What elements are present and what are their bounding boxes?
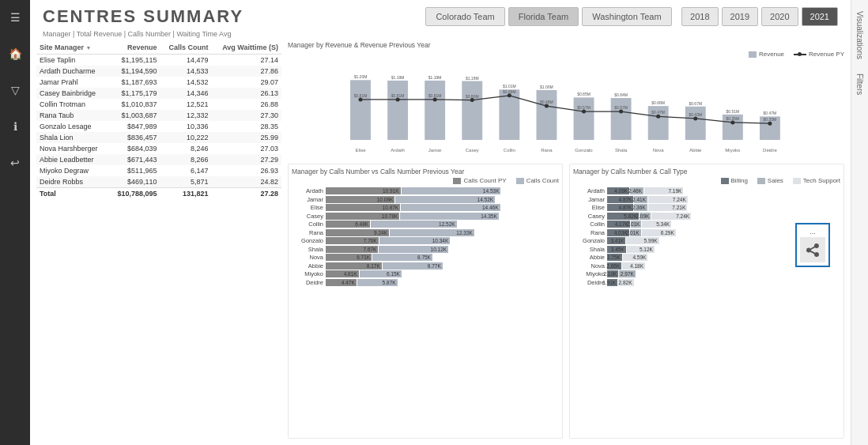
charts-bottom: Manager by Calls Number vs Calls Number … (288, 164, 844, 439)
table-row: Casey Bainbridge$1,175,17914,34626.13 (36, 88, 281, 99)
hbar-bars: 8.17K8.77K (326, 262, 443, 270)
hbar-left-row: Abbie8.17K8.77K (292, 262, 559, 270)
svg-point-51 (433, 97, 437, 101)
legend-billing: Billing (721, 177, 748, 184)
legend-box-calls-count (516, 178, 524, 184)
hbar-left-row: Shala7.67K10.12K (292, 246, 559, 253)
svg-text:Jamar: Jamar (428, 148, 442, 153)
legend-calls-py-label: Calls Count PY (463, 177, 506, 184)
hbar-right-label: Abbie (573, 254, 605, 261)
hbar-tech: 5.99K (626, 237, 659, 244)
hbar-right-row: Jamar4.87K2.41K7.24K (573, 196, 840, 203)
hbar-left-row: Collin6.48K12.52K (292, 221, 559, 228)
hbar-sales: 2.46K (630, 187, 643, 194)
year-button-2018[interactable]: 2018 (681, 7, 718, 26)
hbar-bars: 10.91K14.53K (326, 187, 500, 194)
hbar-left-row: Gonzalo7.70K10.34K (292, 237, 559, 244)
team-button-florida[interactable]: Florida Team (508, 7, 579, 26)
sidebar-icon-home[interactable]: 🏠 (4, 43, 26, 65)
table-cell-3-2: 14,346 (160, 88, 212, 99)
legend-calls-py: Calls Count PY (453, 177, 506, 184)
table-row: Shala Lion$836,45710,22225.99 (36, 132, 281, 143)
hbar-label: Jamar (292, 196, 323, 203)
year-button-2019[interactable]: 2019 (722, 7, 758, 26)
hbar-billing: 2.66K (607, 262, 621, 270)
context-menu-wrapper: ... (795, 223, 830, 267)
legend-box-sales (757, 178, 765, 184)
visualizations-label[interactable]: Visualizations (852, 8, 867, 62)
legend-box-revenue (749, 51, 757, 58)
hbar-label: Miyoko (292, 270, 323, 277)
hbar-bars: 6.48K12.52K (326, 221, 457, 228)
hbar-right-bars: 4.17K2.01K5.34K (607, 221, 671, 228)
svg-text:$0.35M: $0.35M (726, 116, 740, 121)
hbar-left-row: Deidre4.47K5.87K (292, 279, 559, 286)
table-row: Deidre Robbs$469,1105,87124.82 (36, 176, 281, 188)
hbar-tech: 7.24K (648, 196, 688, 203)
team-button-washington[interactable]: Washington Team (582, 7, 671, 26)
hbar-right-row: Ardath4.09K2.46K7.19K (573, 187, 840, 194)
share-icon (805, 242, 821, 258)
table-cell-7-3: 25.99 (212, 132, 281, 143)
share-button[interactable] (800, 237, 825, 262)
svg-text:Rana: Rana (541, 148, 553, 153)
hbar-right-row: Deidre1.91K2.82K (573, 279, 840, 286)
hbar-right-bars: 4.87K2.36K7.21K (607, 204, 687, 211)
table-cell-4-1: $1,010,837 (108, 99, 160, 110)
table-row: Elise Taplin$1,195,11514,47927.14 (36, 55, 281, 66)
hbar-right-row: Miyoko2.10K2.97K (573, 270, 840, 277)
table-total-cell-0: Total (36, 188, 108, 200)
svg-text:$0.57M: $0.57M (577, 105, 591, 110)
top-bar: CENTRES SUMMARY Colorado Team Florida Te… (30, 0, 851, 30)
main-content: CENTRES SUMMARY Colorado Team Florida Te… (30, 0, 851, 445)
hbar-tech: 2.82K (618, 279, 633, 286)
legend-line-py (794, 54, 806, 55)
hbar-right-bars: 2.75K4.59K (607, 254, 647, 261)
sidebar-icon-menu[interactable]: ☰ (4, 6, 26, 28)
table-cell-0-0: Elise Taplin (36, 55, 108, 66)
table-cell-1-1: $1,194,590 (108, 66, 160, 77)
hbar-right-bars: 4.87K2.41K7.24K (607, 196, 688, 203)
svg-rect-9 (462, 81, 482, 140)
hbar-billing: 3.45K (607, 246, 626, 253)
right-edge: Visualizations Filters (851, 0, 868, 445)
table-cell-5-0: Rana Taub (36, 110, 108, 121)
table-cell-9-2: 8,266 (160, 154, 212, 165)
sidebar-icon-back[interactable]: ↩ (4, 152, 26, 174)
hbar-bars: 6.71K8.75K (326, 254, 432, 261)
svg-text:$0.33M: $0.33M (764, 117, 777, 122)
table-cell-11-1: $469,110 (108, 176, 160, 188)
team-button-colorado[interactable]: Colorado Team (425, 7, 504, 26)
table-cell-1-3: 27.86 (212, 66, 281, 77)
year-button-2021[interactable]: 2021 (802, 7, 838, 26)
table-total-cell-2: 131,821 (160, 188, 212, 200)
svg-text:$0.81M: $0.81M (391, 93, 405, 98)
hbar-right-label: Nova (573, 262, 605, 270)
sidebar-icon-filter[interactable]: ▽ (4, 79, 26, 101)
hbar-label: Shala (292, 246, 323, 253)
svg-text:$1.19M: $1.19M (428, 75, 442, 80)
svg-point-57 (545, 104, 549, 108)
hbar-tech: 5.34K (642, 221, 671, 228)
legend-box-billing (721, 178, 729, 184)
table-cell-6-0: Gonzalo Lesage (36, 121, 108, 132)
svg-text:$0.67M: $0.67M (689, 101, 702, 106)
hbar-label: Nova (292, 254, 323, 261)
svg-text:Ardath: Ardath (391, 148, 405, 153)
hbar-py: 10.91K (326, 187, 401, 194)
svg-text:$0.47M: $0.47M (651, 110, 665, 115)
svg-text:$0.68M: $0.68M (651, 100, 665, 105)
hbar-py: 6.71K (326, 254, 372, 261)
table-row: Nova Harshberger$684,0398,24627.03 (36, 143, 281, 154)
table-cell-7-1: $836,457 (108, 132, 160, 143)
table-row: Abbie Leadbetter$671,4438,26627.29 (36, 154, 281, 165)
hbar-left-row: Elise10.87K14.46K (292, 204, 559, 211)
hbar-py: 10.78K (326, 213, 399, 220)
hbar-label: Collin (292, 221, 323, 228)
hbar-right-label: Jamar (573, 196, 605, 203)
filters-label[interactable]: Filters (852, 70, 867, 98)
table-row: Collin Trotman$1,010,83712,52126.88 (36, 99, 281, 110)
hbar-right-bars: 2.10K2.97K (607, 270, 636, 277)
sidebar-icon-info[interactable]: ℹ (4, 115, 26, 138)
year-button-2020[interactable]: 2020 (761, 7, 798, 26)
